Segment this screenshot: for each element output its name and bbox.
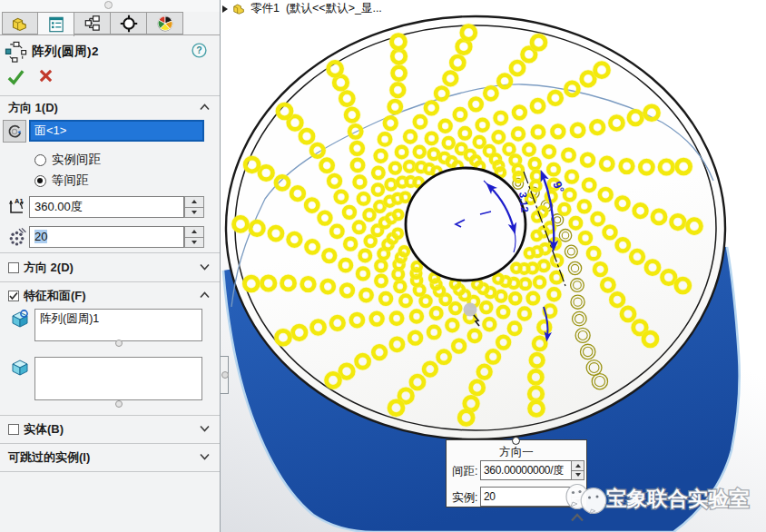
instance-count-field[interactable]: 20 (29, 226, 184, 248)
down-arrow-icon (192, 211, 197, 214)
instances-field[interactable]: 20 (480, 487, 572, 507)
spinner-down[interactable] (184, 208, 204, 219)
checkbox-unchecked[interactable] (8, 424, 19, 435)
radio-circle (34, 154, 46, 166)
field-icon (4, 226, 29, 248)
instance-count-row: 20 (4, 226, 204, 248)
section-label: 特征和面(F) (24, 288, 86, 304)
axis-selection-row: 面<1> (3, 120, 204, 143)
divider (0, 281, 220, 282)
listbox-resize-grip[interactable] (115, 340, 123, 347)
grip-dot (221, 371, 229, 379)
checkbox-unchecked[interactable] (8, 262, 19, 273)
chevron-up-icon[interactable] (200, 291, 210, 299)
spacing-field[interactable]: 360.00000000/度 (480, 460, 572, 480)
help-icon[interactable]: ? (192, 43, 207, 58)
radio-circle-selected (34, 175, 46, 187)
flyout-feature-tree[interactable]: 零件1 (默认<<默认>_显... (222, 1, 382, 16)
chevron-down-icon[interactable] (200, 425, 210, 432)
field-icon: A1 (4, 196, 29, 218)
angle-row: A1 360.00度 (4, 196, 204, 218)
solidworks-window: { "panel": { "tabs": [ {"icon": "part-ic… (0, 0, 766, 532)
svg-text:?: ? (196, 44, 201, 55)
list-item[interactable]: 阵列(圆周)1 (40, 311, 201, 327)
radio-equal-spacing[interactable]: 等间距 (34, 172, 89, 189)
section-features-faces[interactable]: 特征和面(F) (0, 285, 220, 307)
divider (0, 95, 220, 96)
watermark: 宝象联合实验室 宝象联合实验室 (565, 476, 766, 521)
property-manager-panel: 阵列(圆周)2 ? 方向 1(D) 面<1> 实例间距 等间距 A1 360.0… (0, 0, 221, 532)
radial-dimension-label: 3.12 (517, 192, 530, 213)
section-skipped-instances[interactable]: 可跳过的实例(I) (0, 447, 220, 468)
chevron-up-icon[interactable] (200, 103, 210, 111)
rotation-axis-icon (5, 123, 24, 141)
up-arrow-icon (192, 230, 197, 233)
callout-title: 方向一 (447, 445, 586, 460)
property-manager-icon (46, 15, 66, 34)
circular-pattern-icon (5, 41, 27, 64)
instances-label: 实例: (452, 490, 477, 506)
dimxpert-icon (119, 14, 139, 34)
spinner-up[interactable] (571, 460, 584, 471)
spacing-label: 间距: (452, 464, 477, 479)
angle-field[interactable]: 360.00度 (29, 196, 184, 218)
radio-instance-spacing[interactable]: 实例间距 (34, 152, 101, 168)
configuration-icon (83, 14, 103, 34)
section-direction1[interactable]: 方向 1(D) (0, 97, 220, 119)
down-arrow-icon (192, 241, 197, 244)
tabbar-divider (0, 34, 221, 35)
section-label: 可跳过的实例(I) (8, 449, 90, 466)
section-label: 实体(B) (24, 421, 64, 438)
panel-splitter-handle[interactable] (221, 356, 229, 394)
angle-spinner[interactable] (184, 196, 204, 218)
panel-title-row: 阵列(圆周)2 (5, 41, 99, 63)
chevron-down-icon[interactable] (200, 453, 210, 460)
divider (0, 415, 220, 416)
section-bodies[interactable]: 实体(B) (0, 419, 220, 440)
axis-selection-field[interactable]: 面<1> (29, 120, 204, 142)
callout-grip[interactable] (512, 437, 520, 445)
features-listbox[interactable]: 阵列(圆周)1 (34, 309, 202, 341)
section-label: 方向 1(D) (8, 100, 58, 116)
svg-text:A1: A1 (15, 197, 24, 205)
listbox-resize-grip[interactable] (115, 400, 123, 408)
tree-item-label[interactable]: 零件1 (默认<<默认>_显... (250, 1, 382, 16)
center-hole (406, 168, 525, 281)
checkbox-checked[interactable] (8, 291, 19, 301)
cancel-button[interactable] (37, 67, 54, 84)
angle-icon: A1 (5, 196, 27, 218)
selected-text: 20 (34, 230, 47, 243)
tab-dimxpertmanager[interactable] (111, 12, 147, 34)
panel-top-grip[interactable] (0, 0, 220, 12)
ok-button[interactable] (6, 67, 25, 86)
radio-label: 实例间距 (52, 152, 101, 168)
faces-list-row (10, 357, 202, 400)
manager-tabs (2, 12, 183, 35)
spinner-down[interactable] (184, 238, 204, 249)
display-manager-icon (155, 14, 175, 34)
radio-label: 等间距 (52, 172, 89, 189)
instance-count-icon (6, 227, 27, 248)
spinner-up[interactable] (184, 226, 204, 238)
tab-featuremanager[interactable] (2, 12, 38, 34)
check-icon (8, 291, 19, 301)
section-direction2[interactable]: 方向 2(D) (0, 257, 220, 279)
features-list-row: 阵列(圆周)1 (10, 309, 202, 341)
divider (0, 443, 220, 444)
tree-expand-arrow[interactable] (222, 5, 228, 13)
tab-configurationmanager[interactable] (74, 12, 111, 34)
confirm-actions-row (6, 67, 54, 86)
cursor-ball-marker (464, 303, 477, 317)
faces-listbox[interactable] (34, 357, 202, 400)
section-label: 方向 2(D) (24, 260, 74, 276)
tab-displaymanager[interactable] (147, 12, 183, 34)
chevron-down-icon[interactable] (200, 263, 210, 271)
pattern-axis-button[interactable] (3, 120, 26, 143)
count-spinner[interactable] (184, 226, 204, 248)
grip-dot (104, 1, 113, 9)
divider (0, 471, 220, 472)
up-arrow-icon (192, 200, 197, 203)
spinner-up[interactable] (184, 196, 204, 208)
face-icon (10, 357, 30, 378)
tab-propertymanager[interactable] (38, 12, 74, 36)
